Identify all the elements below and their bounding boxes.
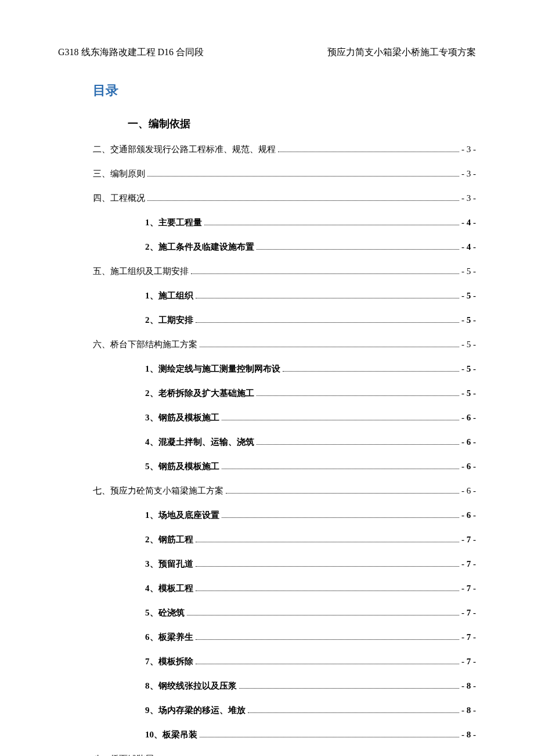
toc-entry-label: 7、模板拆除: [145, 654, 193, 668]
toc-entry-page: - 7 -: [461, 630, 476, 644]
toc-entry-label: 6、板梁养生: [145, 630, 193, 644]
toc-dots: [239, 688, 460, 689]
toc-entry: 六、桥台下部结构施工方案- 5 -: [93, 337, 476, 351]
toc-entry-label: 2、施工条件及临建设施布置: [145, 240, 254, 254]
toc-dots: [196, 542, 460, 542]
toc-dots: [196, 566, 460, 567]
toc-entry-label: 3、预留孔道: [145, 557, 193, 571]
page-header: G318 线东海路改建工程 D16 合同段 预应力简支小箱梁小桥施工专项方案: [58, 46, 476, 59]
toc-dots: [278, 152, 459, 152]
toc-dots: [257, 249, 460, 250]
toc-entry-label: 二、交通部颁发现行公路工程标准、规范、规程: [93, 142, 276, 156]
toc-entry: 五、施工组织及工期安排- 5 -: [93, 264, 476, 278]
toc-entry: 1、主要工程量- 4 -: [93, 215, 476, 229]
toc-dots: [257, 444, 460, 445]
toc-entry-label: 五、施工组织及工期安排: [93, 264, 189, 278]
toc-entry: 3、预留孔道- 7 -: [93, 557, 476, 571]
toc-entry-page: - 5 -: [461, 264, 476, 278]
toc-entry-page: - 7 -: [461, 581, 476, 595]
toc-dots: [283, 371, 460, 372]
toc-list: 一、编制依据二、交通部颁发现行公路工程标准、规范、规程- 3 -三、编制原则- …: [58, 117, 476, 756]
toc-entry-label: 2、工期安排: [145, 313, 193, 327]
toc-entry-page: - 5 -: [461, 362, 476, 376]
toc-dots: [196, 298, 460, 298]
toc-entry: 2、工期安排- 5 -: [93, 313, 476, 327]
toc-dots: [226, 493, 459, 494]
toc-entry-page: - 5 -: [461, 313, 476, 327]
toc-entry-page: - 8 -: [461, 679, 476, 693]
toc-entry-label: 2、老桥拆除及扩大基础施工: [145, 386, 254, 400]
toc-entry-page: - 5 -: [461, 337, 476, 351]
toc-entry: 5、砼浇筑- 7 -: [93, 606, 476, 620]
toc-entry-label: 10、板梁吊装: [145, 728, 197, 741]
toc-entry-page: - 5 -: [461, 289, 476, 303]
toc-entry-page: - 8 -: [461, 728, 476, 741]
toc-entry-label: 1、场地及底座设置: [145, 508, 219, 522]
toc-entry: 5、钢筋及模板施工- 6 -: [93, 459, 476, 473]
toc-entry-page: - 6 -: [461, 484, 476, 498]
toc-entry-page: - 3 -: [461, 167, 476, 181]
toc-entry: 八、桥面铺装层- 8 -: [93, 752, 476, 756]
toc-dots: [196, 591, 460, 591]
toc-entry-page: - 7 -: [461, 606, 476, 620]
toc-entry-label: 八、桥面铺装层: [93, 752, 154, 756]
toc-entry-page: - 8 -: [461, 703, 476, 717]
toc-entry-label: 5、砼浇筑: [145, 606, 185, 620]
toc-entry-label: 9、场内存梁的移运、堆放: [145, 703, 246, 717]
header-left: G318 线东海路改建工程 D16 合同段: [58, 46, 204, 59]
toc-entry: 三、编制原则- 3 -: [93, 167, 476, 181]
toc-entry: 1、施工组织- 5 -: [93, 289, 476, 303]
toc-entry-label: 七、预应力砼简支小箱梁施工方案: [93, 484, 223, 498]
toc-entry: 3、钢筋及模板施工- 6 -: [93, 411, 476, 424]
toc-dots: [200, 737, 459, 737]
toc-entry-page: - 6 -: [461, 508, 476, 522]
toc-entry-page: - 3 -: [461, 142, 476, 156]
toc-entry-label: 1、测绘定线与施工测量控制网布设: [145, 362, 280, 376]
toc-entry: 2、施工条件及临建设施布置- 4 -: [93, 240, 476, 254]
toc-dots: [222, 517, 460, 518]
toc-entry-page: - 7 -: [461, 532, 476, 546]
toc-entry-label: 4、模板工程: [145, 581, 193, 595]
toc-dots: [257, 395, 460, 396]
toc-entry: 6、板梁养生- 7 -: [93, 630, 476, 644]
toc-entry-label: 六、桥台下部结构施工方案: [93, 337, 197, 351]
toc-entry-label: 1、施工组织: [145, 289, 193, 303]
toc-entry-page: - 4 -: [461, 215, 476, 229]
toc-dots: [196, 639, 460, 640]
toc-entry-label: 3、钢筋及模板施工: [145, 411, 219, 424]
toc-entry: 二、交通部颁发现行公路工程标准、规范、规程- 3 -: [93, 142, 476, 156]
toc-entry: 9、场内存梁的移运、堆放- 8 -: [93, 703, 476, 717]
toc-dots: [147, 176, 459, 177]
toc-dots: [248, 712, 460, 713]
toc-entry: 一、编制依据: [128, 117, 476, 131]
toc-entry: 4、模板工程- 7 -: [93, 581, 476, 595]
toc-dots: [200, 347, 459, 347]
toc-entry: 七、预应力砼简支小箱梁施工方案- 6 -: [93, 484, 476, 498]
toc-entry: 7、模板拆除- 7 -: [93, 654, 476, 668]
toc-dots: [222, 469, 460, 469]
toc-dots: [196, 664, 460, 664]
toc-entry: 1、场地及底座设置- 6 -: [93, 508, 476, 522]
toc-entry-page: - 5 -: [461, 386, 476, 400]
toc-entry: 8、钢绞线张拉以及压浆- 8 -: [93, 679, 476, 693]
toc-entry-label: 5、钢筋及模板施工: [145, 459, 219, 473]
toc-entry-label: 一、编制依据: [128, 118, 190, 129]
toc-entry: 1、测绘定线与施工测量控制网布设- 5 -: [93, 362, 476, 376]
toc-entry-page: - 6 -: [461, 459, 476, 473]
toc-entry-label: 三、编制原则: [93, 167, 145, 181]
toc-title: 目录: [93, 82, 476, 99]
toc-entry-label: 4、混凝土拌制、运输、浇筑: [145, 435, 254, 449]
toc-entry-label: 四、工程概况: [93, 191, 145, 205]
toc-entry-page: - 7 -: [461, 654, 476, 668]
toc-dots: [222, 420, 460, 420]
toc-dots: [191, 273, 459, 274]
toc-entry-page: - 6 -: [461, 435, 476, 449]
toc-dots: [196, 322, 460, 323]
toc-dots: [147, 200, 459, 201]
toc-entry-page: - 6 -: [461, 411, 476, 424]
toc-dots: [187, 615, 460, 615]
toc-dots: [204, 225, 460, 225]
toc-entry-label: 8、钢绞线张拉以及压浆: [145, 679, 237, 693]
toc-entry-page: - 3 -: [461, 191, 476, 205]
toc-entry: 2、钢筋工程- 7 -: [93, 532, 476, 546]
